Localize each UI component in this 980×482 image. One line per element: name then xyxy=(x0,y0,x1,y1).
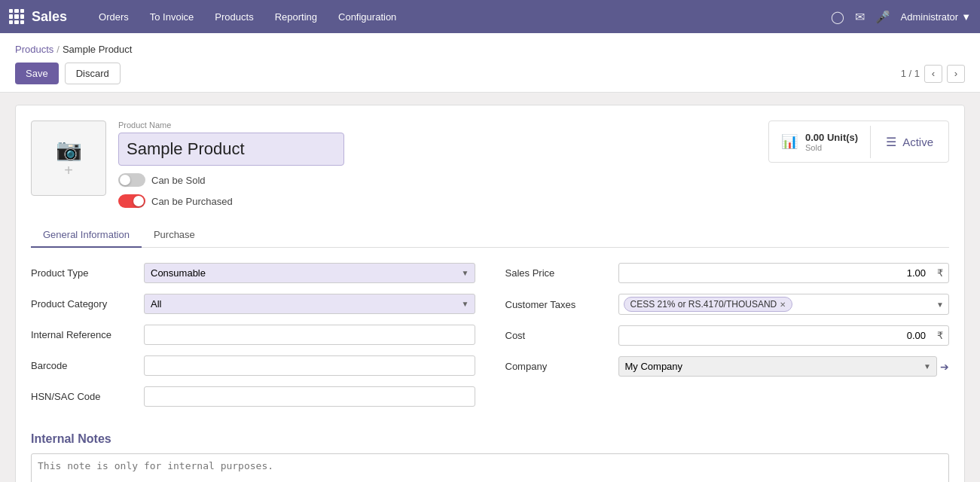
action-bar-left: Save Discard xyxy=(15,63,121,84)
can-be-sold-row: Can be Sold xyxy=(118,173,756,187)
topnav-right: ◯ ✉ 🎤 Administrator ▼ xyxy=(831,10,971,24)
product-type-select-wrapper: Consumable Storable Product Service ▼ xyxy=(144,263,475,283)
internal-reference-label: Internal Reference xyxy=(31,329,136,340)
breadcrumb-separator: / xyxy=(56,44,60,55)
can-be-purchased-label: Can be Purchased xyxy=(151,196,233,207)
tax-badge-text: CESS 21% or RS.4170/THOUSAND xyxy=(630,299,777,310)
customer-taxes-group: Customer Taxes CESS 21% or RS.4170/THOUS… xyxy=(505,294,950,315)
breadcrumb-parent[interactable]: Products xyxy=(15,44,53,55)
sales-price-group: Sales Price ₹ xyxy=(505,263,950,283)
product-name-label: Product Name xyxy=(118,120,756,130)
grid-menu-icon[interactable] xyxy=(9,9,24,24)
company-wrapper: My Company ▼ ➔ xyxy=(618,356,950,377)
internal-reference-group: Internal Reference xyxy=(31,325,475,345)
user-name: Administrator xyxy=(901,11,959,23)
cost-group: Cost ₹ xyxy=(505,325,950,346)
discard-button[interactable]: Discard xyxy=(65,63,121,84)
company-select[interactable]: My Company xyxy=(618,356,938,377)
save-button[interactable]: Save xyxy=(15,63,59,84)
pagination-next[interactable]: › xyxy=(947,65,965,83)
customer-taxes-select[interactable]: CESS 21% or RS.4170/THOUSAND ✕ ▼ xyxy=(618,294,950,315)
chart-icon: 📊 xyxy=(781,133,798,150)
stat-value: 0.00 Unit(s) xyxy=(805,132,858,143)
company-select-wrapper: My Company ▼ xyxy=(618,356,938,377)
can-be-sold-label: Can be Sold xyxy=(151,175,206,186)
breadcrumb: Products / Sample Product xyxy=(15,44,965,55)
nav-orders[interactable]: Orders xyxy=(90,7,138,27)
company-external-link-icon[interactable]: ➔ xyxy=(940,361,949,373)
internal-reference-input[interactable] xyxy=(144,325,475,345)
product-card: 📷 + Product Name Can be Sold C xyxy=(15,105,965,482)
breadcrumb-current: Sample Product xyxy=(63,44,133,55)
cost-wrapper: ₹ xyxy=(618,325,950,346)
product-name-input[interactable] xyxy=(118,133,344,166)
barcode-label: Barcode xyxy=(31,360,136,371)
nav-configuration[interactable]: Configuration xyxy=(329,7,405,27)
company-group: Company My Company ▼ ➔ xyxy=(505,356,950,377)
product-image-upload[interactable]: 📷 + xyxy=(31,120,106,196)
nav-menu: Orders To Invoice Products Reporting Con… xyxy=(90,7,831,27)
active-label: Active xyxy=(902,136,933,148)
cost-input[interactable] xyxy=(618,325,950,346)
internal-notes-title: Internal Notes xyxy=(31,432,949,446)
stat-sold[interactable]: 📊 0.00 Unit(s) Sold xyxy=(769,126,871,158)
can-be-purchased-row: Can be Purchased xyxy=(118,194,756,208)
nav-to-invoice[interactable]: To Invoice xyxy=(141,7,203,27)
product-category-select-wrapper: All ▼ xyxy=(144,294,475,314)
hsn-sac-label: HSN/SAC Code xyxy=(31,391,136,402)
internal-notes-textarea[interactable] xyxy=(31,453,949,482)
product-type-group: Product Type Consumable Storable Product… xyxy=(31,263,475,283)
nav-reporting[interactable]: Reporting xyxy=(266,7,326,27)
form-grid: Product Type Consumable Storable Product… xyxy=(31,263,949,417)
can-be-sold-toggle[interactable] xyxy=(118,173,145,187)
plus-icon: + xyxy=(56,162,82,179)
breadcrumb-bar: Products / Sample Product Save Discard 1… xyxy=(0,33,980,93)
app-brand[interactable]: Sales xyxy=(32,9,67,25)
stat-label: Sold xyxy=(805,143,858,152)
form-right: Sales Price ₹ Customer Taxes CESS 21% or… xyxy=(505,263,950,417)
product-type-select[interactable]: Consumable Storable Product Service xyxy=(144,263,475,283)
can-be-purchased-toggle[interactable] xyxy=(118,194,145,208)
user-menu[interactable]: Administrator ▼ xyxy=(901,11,971,23)
tab-general-information[interactable]: General Information xyxy=(31,223,142,248)
active-badge[interactable]: ☰ Active xyxy=(871,129,948,155)
pagination: 1 / 1 ‹ › xyxy=(901,65,965,83)
product-category-group: Product Category All ▼ xyxy=(31,294,475,314)
product-header: 📷 + Product Name Can be Sold C xyxy=(31,120,949,208)
pagination-prev[interactable]: ‹ xyxy=(924,65,942,83)
cost-label: Cost xyxy=(505,330,611,341)
product-stats: 📊 0.00 Unit(s) Sold ☰ Active xyxy=(768,120,949,163)
sales-price-wrapper: ₹ xyxy=(618,263,950,283)
tab-purchase[interactable]: Purchase xyxy=(142,223,207,248)
chat-icon[interactable]: ✉ xyxy=(855,10,865,24)
cost-rupee-symbol: ₹ xyxy=(937,330,943,341)
sales-price-input[interactable] xyxy=(618,263,950,283)
tax-dropdown-arrow[interactable]: ▼ xyxy=(936,300,944,309)
tabs: General Information Purchase xyxy=(31,223,949,248)
hsn-sac-group: HSN/SAC Code xyxy=(31,386,475,407)
sales-price-label: Sales Price xyxy=(505,267,611,279)
product-category-select[interactable]: All xyxy=(144,294,475,314)
top-navigation: Sales Orders To Invoice Products Reporti… xyxy=(0,0,980,33)
pagination-text: 1 / 1 xyxy=(901,68,920,79)
customer-taxes-label: Customer Taxes xyxy=(505,299,611,310)
camera-placeholder: 📷 + xyxy=(56,137,82,179)
user-dropdown-icon: ▼ xyxy=(961,11,971,23)
product-info: Product Name Can be Sold Can be Purchase… xyxy=(118,120,756,208)
action-bar: Save Discard 1 / 1 ‹ › xyxy=(15,63,965,92)
tax-badge: CESS 21% or RS.4170/THOUSAND ✕ xyxy=(624,297,793,312)
mic-icon[interactable]: 🎤 xyxy=(875,10,890,24)
main-content: 📷 + Product Name Can be Sold C xyxy=(0,93,980,482)
hsn-sac-input[interactable] xyxy=(144,386,475,407)
product-category-label: Product Category xyxy=(31,298,136,310)
stat-text: 0.00 Unit(s) Sold xyxy=(805,132,858,152)
barcode-group: Barcode xyxy=(31,355,475,376)
company-label: Company xyxy=(505,361,611,372)
barcode-input[interactable] xyxy=(144,355,475,376)
product-type-label: Product Type xyxy=(31,267,136,279)
nav-products[interactable]: Products xyxy=(206,7,262,27)
rupee-symbol: ₹ xyxy=(937,267,943,279)
tax-badge-remove[interactable]: ✕ xyxy=(780,300,786,309)
clock-icon[interactable]: ◯ xyxy=(831,10,844,24)
camera-icon: 📷 xyxy=(56,137,82,162)
